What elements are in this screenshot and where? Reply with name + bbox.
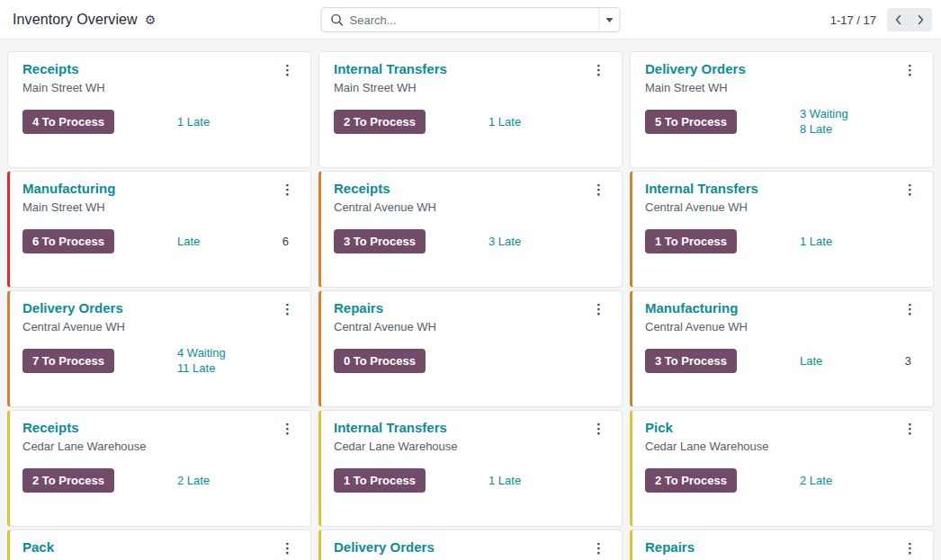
kanban-card: Delivery Orders ⋮	[318, 529, 623, 560]
pager-prev-button[interactable]	[887, 8, 910, 31]
kanban-card: Delivery Orders Main Street WH ⋮ 5 To Pr…	[630, 51, 934, 168]
chevron-left-icon	[894, 14, 902, 25]
kanban-card: Receipts Central Avenue WH ⋮ 3 To Proces…	[318, 171, 623, 288]
card-warehouse: Central Avenue WH	[334, 320, 436, 333]
kebab-menu-icon[interactable]: ⋮	[273, 300, 296, 319]
card-warehouse: Cedar Lane Warehouse	[645, 440, 769, 453]
status-link[interactable]: Late	[800, 353, 822, 369]
status-link[interactable]: 1 Late	[800, 234, 832, 249]
kanban-card: Pick Cedar Lane Warehouse ⋮ 2 To Process…	[630, 410, 934, 527]
kebab-menu-icon[interactable]: ⋮	[896, 539, 919, 558]
page-title: Inventory Overview	[13, 12, 138, 28]
to-process-button[interactable]: 5 To Process	[645, 110, 737, 134]
to-process-button[interactable]: 3 To Process	[334, 229, 426, 253]
status-link[interactable]: 11 Late	[177, 360, 226, 376]
card-title-link[interactable]: Repairs	[334, 300, 383, 316]
card-title-link[interactable]: Manufacturing	[22, 181, 115, 196]
inventory-overview-page: Inventory Overview ⚙ 1-17 / 17	[0, 0, 941, 560]
gear-icon[interactable]: ⚙	[145, 13, 157, 26]
to-process-button[interactable]: 6 To Process	[22, 229, 114, 253]
card-title-link[interactable]: Internal Transfers	[334, 61, 447, 76]
kebab-menu-icon[interactable]: ⋮	[273, 181, 296, 200]
caret-down-icon	[606, 18, 614, 22]
to-process-button[interactable]: 1 To Process	[334, 468, 426, 493]
card-title-link[interactable]: Pack	[22, 539, 54, 555]
card-links: 4 Waiting11 Late	[177, 345, 226, 376]
card-title-link[interactable]: Delivery Orders	[334, 539, 435, 555]
status-link[interactable]: 2 Late	[177, 473, 210, 488]
kanban-card: Manufacturing Main Street WH ⋮ 6 To Proc…	[7, 171, 311, 288]
to-process-button[interactable]: 2 To Process	[22, 468, 114, 493]
card-title-link[interactable]: Internal Transfers	[645, 181, 758, 196]
status-link[interactable]: 3 Late	[488, 234, 521, 249]
to-process-button[interactable]: 2 To Process	[334, 110, 426, 134]
kebab-menu-icon[interactable]: ⋮	[585, 539, 607, 558]
kebab-menu-icon[interactable]: ⋮	[585, 181, 607, 200]
card-warehouse: Main Street WH	[22, 200, 115, 214]
kebab-menu-icon[interactable]: ⋮	[273, 61, 296, 80]
card-title-link[interactable]: Internal Transfers	[334, 420, 447, 435]
card-title-link[interactable]: Receipts	[334, 181, 390, 196]
kanban-card: Internal Transfers Cedar Lane Warehouse …	[318, 410, 623, 527]
card-warehouse: Central Avenue WH	[22, 320, 125, 333]
kanban-card: Internal Transfers Central Avenue WH ⋮ 1…	[630, 171, 934, 288]
kebab-menu-icon[interactable]: ⋮	[273, 420, 296, 439]
kebab-menu-icon[interactable]: ⋮	[273, 539, 296, 558]
to-process-button[interactable]: 0 To Process	[334, 349, 426, 373]
status-link[interactable]: 1 Late	[488, 473, 521, 488]
status-link[interactable]: 2 Late	[800, 473, 832, 488]
card-title-link[interactable]: Receipts	[22, 61, 79, 76]
status-link[interactable]: 4 Waiting	[177, 345, 226, 360]
card-warehouse: Central Avenue WH	[645, 200, 758, 214]
card-warehouse: Main Street WH	[22, 81, 105, 94]
card-title-link[interactable]: Manufacturing	[645, 300, 738, 316]
kebab-menu-icon[interactable]: ⋮	[896, 300, 919, 319]
pager-buttons	[887, 8, 932, 31]
kebab-menu-icon[interactable]: ⋮	[585, 61, 607, 80]
late-count: 6	[282, 235, 289, 248]
pager-next-button[interactable]	[910, 8, 932, 31]
kebab-menu-icon[interactable]: ⋮	[896, 181, 919, 200]
card-warehouse: Main Street WH	[645, 81, 746, 94]
status-link[interactable]: 3 Waiting	[800, 106, 848, 121]
pager: 1-17 / 17	[830, 0, 932, 40]
kebab-menu-icon[interactable]: ⋮	[896, 61, 919, 80]
to-process-button[interactable]: 3 To Process	[645, 349, 737, 373]
search-dropdown-toggle[interactable]	[599, 8, 620, 31]
kebab-menu-icon[interactable]: ⋮	[896, 420, 919, 439]
to-process-button[interactable]: 1 To Process	[645, 229, 737, 253]
card-warehouse: Central Avenue WH	[334, 200, 436, 214]
pager-range: 1-17 / 17	[830, 13, 876, 27]
status-link[interactable]: 1 Late	[177, 114, 210, 129]
late-count: 3	[905, 354, 911, 368]
card-links: 1 Late	[177, 114, 210, 129]
card-title-link[interactable]: Delivery Orders	[22, 300, 123, 316]
status-link[interactable]: Late	[177, 234, 200, 249]
card-warehouse: Central Avenue WH	[645, 320, 748, 333]
kebab-menu-icon[interactable]: ⋮	[585, 420, 607, 439]
card-links: 3 Late	[488, 234, 521, 249]
kanban-card: Receipts Cedar Lane Warehouse ⋮ 2 To Pro…	[7, 410, 311, 527]
card-links: 2 Late	[800, 473, 832, 488]
chevron-right-icon	[917, 14, 925, 25]
search-icon	[322, 13, 344, 26]
status-link[interactable]: 8 Late	[800, 121, 848, 137]
card-title-link[interactable]: Receipts	[22, 420, 79, 435]
kanban-card: Repairs Central Avenue WH ⋮ 0 To Process	[318, 290, 623, 407]
kanban-grid: Receipts Main Street WH ⋮ 4 To Process 1…	[0, 40, 941, 560]
card-links: 3 Waiting8 Late	[800, 106, 848, 137]
card-title-link[interactable]: Repairs	[645, 539, 695, 555]
search-input[interactable]	[344, 13, 599, 27]
to-process-button[interactable]: 7 To Process	[22, 349, 114, 373]
search-bar[interactable]	[321, 7, 621, 32]
status-link[interactable]: 1 Late	[488, 114, 521, 129]
to-process-button[interactable]: 2 To Process	[645, 468, 737, 493]
card-title-link[interactable]: Delivery Orders	[645, 61, 746, 76]
top-bar: Inventory Overview ⚙ 1-17 / 17	[0, 0, 941, 40]
card-warehouse: Main Street WH	[334, 81, 447, 94]
kanban-card: Manufacturing Central Avenue WH ⋮ 3 To P…	[630, 290, 934, 407]
card-links: 1 Late	[488, 114, 521, 129]
to-process-button[interactable]: 4 To Process	[22, 110, 114, 134]
card-title-link[interactable]: Pick	[645, 420, 673, 435]
kebab-menu-icon[interactable]: ⋮	[585, 300, 607, 319]
